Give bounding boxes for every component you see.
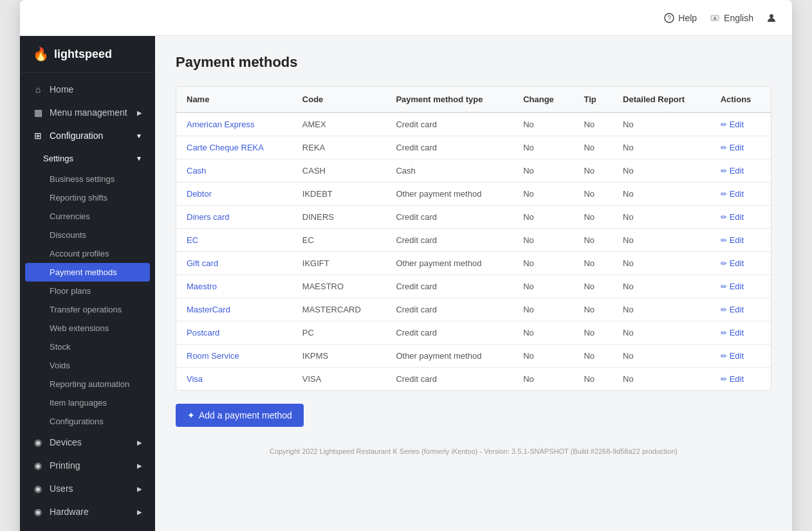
edit-icon: ✏ <box>721 166 727 176</box>
payment-method-link[interactable]: Carte Cheque REKA <box>187 143 264 152</box>
table-row: MasterCardMASTERCARDCredit cardNoNoNo✏ E… <box>176 298 771 321</box>
edit-button[interactable]: ✏ Edit <box>721 305 761 314</box>
edit-button[interactable]: ✏ Edit <box>721 143 761 152</box>
cell-value: Credit card <box>385 113 513 136</box>
cell-value: VISA <box>292 368 386 391</box>
chevron-right-icon-hardware: ▶ <box>137 509 142 516</box>
sidebar-item-transfer-operations[interactable]: Transfer operations <box>20 300 155 319</box>
edit-button[interactable]: ✏ Edit <box>721 189 761 199</box>
edit-button[interactable]: ✏ Edit <box>721 282 761 291</box>
edit-button[interactable]: ✏ Edit <box>721 258 761 268</box>
table-row: PostcardPCCredit cardNoNoNo✏ Edit <box>176 321 771 345</box>
sidebar-item-payment-methods[interactable]: Payment methods <box>25 263 150 282</box>
table-row: CashCASHCashNoNoNo✏ Edit <box>176 159 771 183</box>
edit-icon: ✏ <box>721 190 727 199</box>
sidebar-item-settings[interactable]: Settings ▼ <box>20 147 155 170</box>
cell-value: No <box>573 159 613 183</box>
sidebar-item-hardware[interactable]: ◉ Hardware ▶ <box>20 500 155 523</box>
cell-value: No <box>613 206 710 229</box>
sidebar-item-configuration[interactable]: ⊞ Configuration ▼ <box>20 124 155 147</box>
sidebar-item-menu-management[interactable]: ▦ Menu management ▶ <box>20 101 155 124</box>
edit-icon: ✏ <box>721 259 727 268</box>
cell-value: No <box>573 368 613 391</box>
edit-icon: ✏ <box>721 236 727 245</box>
edit-icon: ✏ <box>721 352 727 361</box>
sidebar-item-discounts[interactable]: Discounts <box>20 226 155 244</box>
cell-value: No <box>573 136 613 159</box>
sidebar-item-floor-plans[interactable]: Floor plans <box>20 282 155 300</box>
svg-text:?: ? <box>668 15 672 22</box>
payment-method-link[interactable]: Cash <box>187 166 206 176</box>
col-header-code: Code <box>292 87 386 113</box>
cell-value: Other payment method <box>385 183 513 206</box>
edit-icon: ✏ <box>721 282 727 291</box>
edit-button[interactable]: ✏ Edit <box>721 212 761 222</box>
sidebar-item-account-profiles[interactable]: Account profiles <box>20 244 155 263</box>
logo-icon: 🔥 <box>33 46 49 62</box>
devices-icon: ◉ <box>33 437 43 447</box>
edit-button[interactable]: ✏ Edit <box>721 351 761 361</box>
user-icon[interactable] <box>766 13 777 23</box>
sidebar-item-printing[interactable]: ◉ Printing ▶ <box>20 454 155 477</box>
sidebar-item-reporting-automation[interactable]: Reporting automation <box>20 375 155 393</box>
edit-icon: ✏ <box>721 120 727 129</box>
sidebar-item-devices[interactable]: ◉ Devices ▶ <box>20 431 155 454</box>
cell-value: No <box>573 229 613 252</box>
table-row: DebtorIKDEBTOther payment methodNoNoNo✏ … <box>176 183 771 206</box>
payment-method-link[interactable]: Maestro <box>187 282 217 291</box>
help-button[interactable]: ? Help <box>664 13 697 23</box>
cell-value: No <box>513 321 573 345</box>
topbar: ? Help A English <box>20 0 792 36</box>
language-selector[interactable]: A English <box>710 13 753 23</box>
payment-method-link[interactable]: EC <box>187 235 198 245</box>
edit-button[interactable]: ✏ Edit <box>721 328 761 338</box>
sidebar-item-web-extensions[interactable]: Web extensions <box>20 319 155 338</box>
payment-method-link[interactable]: Diners card <box>187 212 229 222</box>
edit-button[interactable]: ✏ Edit <box>721 374 761 384</box>
chevron-right-icon: ▶ <box>137 109 142 116</box>
sidebar-item-currencies[interactable]: Currencies <box>20 207 155 226</box>
settings-items: Business settingsReporting shiftsCurrenc… <box>20 170 155 412</box>
payment-method-link[interactable]: Postcard <box>187 328 219 338</box>
sidebar-item-voids[interactable]: Voids <box>20 356 155 375</box>
cell-value: No <box>613 252 710 275</box>
table-row: Gift cardIKGIFTOther payment methodNoNoN… <box>176 252 771 275</box>
sidebar-item-home[interactable]: ⌂ Home <box>20 78 155 101</box>
cell-value: REKA <box>292 136 386 159</box>
cell-value: No <box>613 321 710 345</box>
payment-method-link[interactable]: Debtor <box>187 189 212 199</box>
cell-value: No <box>573 345 613 368</box>
sidebar-item-item-languages[interactable]: Item languages <box>20 393 155 412</box>
cell-value: No <box>573 298 613 321</box>
cell-value: No <box>573 206 613 229</box>
cell-value: No <box>513 136 573 159</box>
table-body: American ExpressAMEXCredit cardNoNoNo✏ E… <box>176 113 771 390</box>
table-row: American ExpressAMEXCredit cardNoNoNo✏ E… <box>176 113 771 136</box>
payment-method-link[interactable]: American Express <box>187 120 254 129</box>
sidebar-item-configurations[interactable]: Configurations <box>20 412 155 431</box>
sidebar-item-users[interactable]: ◉ Users ▶ <box>20 477 155 500</box>
add-payment-method-button[interactable]: ✦ Add a payment method <box>176 404 304 427</box>
sidebar-item-reporting-shifts[interactable]: Reporting shifts <box>20 188 155 207</box>
cell-value: Other payment method <box>385 345 513 368</box>
sidebar-item-business-settings[interactable]: Business settings <box>20 170 155 188</box>
cell-value: No <box>513 183 573 206</box>
cell-value: No <box>573 113 613 136</box>
payment-method-link[interactable]: Visa <box>187 374 203 384</box>
edit-button[interactable]: ✏ Edit <box>721 120 761 129</box>
sidebar-item-stock[interactable]: Stock <box>20 338 155 356</box>
edit-button[interactable]: ✏ Edit <box>721 166 761 176</box>
cell-value: Credit card <box>385 229 513 252</box>
cell-value: IKPMS <box>292 345 386 368</box>
table-row: Diners cardDINERSCredit cardNoNoNo✏ Edit <box>176 206 771 229</box>
payment-method-link[interactable]: MasterCard <box>187 305 230 314</box>
edit-button[interactable]: ✏ Edit <box>721 235 761 245</box>
svg-text:A: A <box>714 16 717 21</box>
payment-method-link[interactable]: Gift card <box>187 258 218 268</box>
col-header-name: Name <box>176 87 292 113</box>
chevron-right-icon-users: ▶ <box>137 485 142 492</box>
cell-value: EC <box>292 229 386 252</box>
cell-value: Other payment method <box>385 252 513 275</box>
payment-method-link[interactable]: Room Service <box>187 351 239 361</box>
table-header: NameCodePayment method typeChangeTipDeta… <box>176 87 771 113</box>
